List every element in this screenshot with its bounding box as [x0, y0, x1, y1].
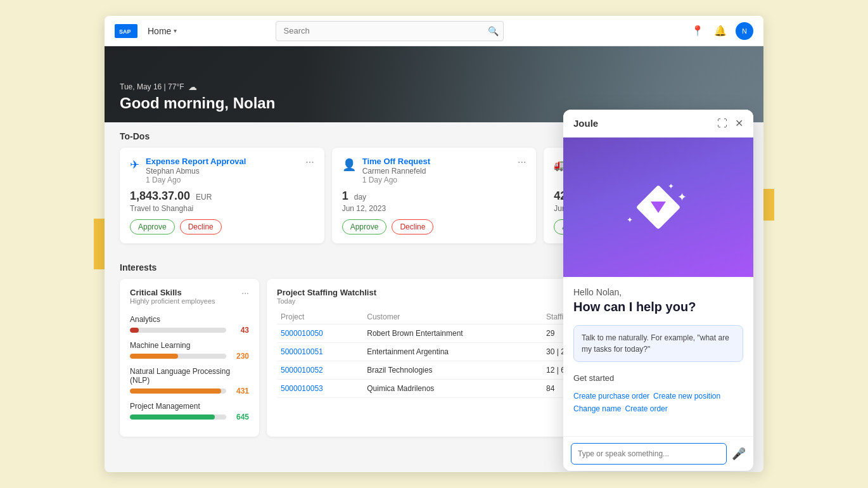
todo-more-2[interactable]: ···	[518, 157, 526, 168]
todo-amount-1: 1,843.37.00 EUR	[130, 189, 314, 203]
diamond-shape	[636, 185, 681, 230]
decline-btn-1[interactable]: Decline	[180, 219, 222, 234]
joule-header: Joule ⛶ ✕	[563, 110, 753, 138]
todo-person-1: Stephan Abmus	[146, 167, 246, 176]
col-project: Project	[277, 310, 363, 324]
skills-more-icon[interactable]: ···	[241, 288, 249, 298]
skill-bar-fill	[130, 414, 215, 420]
skill-item: Analytics 43	[130, 315, 249, 335]
timeoff-icon: 👤	[342, 158, 356, 172]
outer-wrapper: SAP Home ▾ 🔍 📍 🔔 N Tue, May 16 |	[0, 0, 868, 488]
todo-title-2[interactable]: Time Off Request	[362, 157, 430, 166]
topbar: SAP Home ▾ 🔍 📍 🔔 N	[105, 16, 763, 46]
cell-customer: Quimica Madrilenos	[363, 380, 542, 398]
skill-bar-fill	[130, 354, 178, 359]
todo-amount-2: 1 day	[342, 189, 527, 203]
home-label: Home	[148, 26, 171, 36]
hero-content: Tue, May 16 | 77°F ☁ Good morning, Nolan	[120, 82, 275, 112]
skill-count: 43	[231, 326, 249, 335]
weather-line: Tue, May 16 | 77°F ☁	[120, 82, 275, 92]
skill-bar-row: 431	[130, 387, 249, 395]
greeting-text: Good morning, Nolan	[120, 94, 275, 112]
joule-greeting: Hello Nolan, How can I help you?	[563, 277, 753, 320]
skill-bar-row: 43	[130, 326, 249, 335]
todo-currency-1: EUR	[196, 193, 212, 202]
joule-close-icon[interactable]: ✕	[735, 117, 743, 129]
skills-card-header: Critical Skills Highly proficient employ…	[130, 288, 249, 312]
todo-title-area-2: 👤 Time Off Request Carmen Rannefeld 1 Da…	[342, 157, 430, 184]
todo-actions-2: Approve Decline	[342, 219, 527, 234]
skill-count: 230	[231, 352, 249, 361]
joule-quick-link[interactable]: Create order	[625, 404, 667, 413]
sparkle-icon-1: ✦	[677, 190, 687, 204]
joule-header-icons: ⛶ ✕	[717, 117, 743, 129]
skill-bar-row: 230	[130, 352, 249, 361]
search-input[interactable]	[276, 21, 504, 41]
joule-input-area: 🎤	[563, 436, 753, 471]
home-menu[interactable]: Home ▾	[148, 26, 177, 36]
skill-bar-bg	[130, 354, 226, 359]
skill-label: Analytics	[130, 315, 249, 324]
skill-item: Natural Language Processing (NLP) 431	[130, 367, 249, 395]
approve-btn-2[interactable]: Approve	[342, 219, 387, 234]
chevron-down-icon: ▾	[174, 27, 177, 34]
main-window: SAP Home ▾ 🔍 📍 🔔 N Tue, May 16 |	[105, 16, 763, 472]
todo-person-2: Carmen Rannefeld	[362, 167, 430, 176]
todo-sub-2: Jun 12, 2023	[342, 204, 527, 213]
joule-get-started-label: Get started	[573, 373, 743, 383]
search-bar: 🔍	[276, 21, 504, 41]
skills-subtitle: Highly proficient employees	[130, 297, 215, 305]
svg-text:SAP: SAP	[119, 29, 131, 35]
cell-customer: Entertainment Argentina	[363, 343, 542, 361]
todo-title-area-1: ✈ Expense Report Approval Stephan Abmus …	[130, 157, 246, 184]
joule-expand-icon[interactable]: ⛶	[717, 118, 727, 129]
cloud-icon: ☁	[188, 82, 197, 92]
weather-text: Tue, May 16 | 77°F	[120, 82, 184, 91]
joule-input[interactable]	[571, 443, 727, 465]
joule-quick-link[interactable]: Create purchase order	[573, 392, 649, 401]
decline-btn-2[interactable]: Decline	[392, 219, 433, 234]
todo-title-1[interactable]: Expense Report Approval	[146, 157, 246, 166]
skill-label: Natural Language Processing (NLP)	[130, 367, 249, 385]
joule-suggestion-text: Talk to me naturally. For example, "what…	[582, 332, 735, 355]
search-icon[interactable]: 🔍	[488, 26, 499, 36]
skill-bar-bg	[130, 388, 226, 394]
notification-icon[interactable]: 🔔	[713, 23, 728, 39]
cell-project[interactable]: 5000010051	[277, 343, 363, 361]
sparkle-icon-2: ✦	[668, 182, 674, 191]
joule-quick-link[interactable]: Create new position	[653, 392, 720, 401]
approve-btn-1[interactable]: Approve	[130, 219, 175, 234]
cell-customer: Brazil Technologies	[363, 361, 542, 380]
skills-bars: Analytics 43 Machine Learning 230 Natura…	[130, 315, 249, 421]
todo-more-1[interactable]: ···	[305, 157, 314, 168]
todo-actions-1: Approve Decline	[130, 219, 314, 234]
skill-bar-bg	[130, 414, 226, 420]
todo-date-2: 1 Day Ago	[362, 176, 430, 184]
todo-currency-2: day	[354, 193, 366, 202]
joule-quick-link[interactable]: Change name	[573, 404, 621, 413]
todo-sub-1: Travel to Shanghai	[130, 204, 314, 213]
joule-question-text: How can I help you?	[573, 299, 743, 315]
yellow-tab-right	[763, 189, 774, 221]
skill-item: Project Management 645	[130, 402, 249, 421]
cell-project[interactable]: 5000010053	[277, 380, 363, 398]
todo-card-header-2: 👤 Time Off Request Carmen Rannefeld 1 Da…	[342, 157, 527, 184]
todo-card-2: 👤 Time Off Request Carmen Rannefeld 1 Da…	[332, 148, 537, 243]
joule-diamond-container	[636, 185, 680, 229]
col-customer: Customer	[363, 310, 542, 324]
location-icon[interactable]: 📍	[690, 23, 705, 39]
cell-project[interactable]: 5000010050	[277, 324, 363, 343]
expense-icon: ✈	[130, 158, 139, 172]
skill-count: 645	[231, 413, 249, 421]
joule-hero-content: ✦ ✦ ✦	[636, 185, 680, 229]
skill-count: 431	[231, 387, 249, 395]
cell-project[interactable]: 5000010052	[277, 361, 363, 380]
skill-bar-fill	[130, 388, 221, 394]
avatar[interactable]: N	[736, 22, 753, 40]
joule-mic-icon[interactable]: 🎤	[732, 447, 746, 461]
skill-bar-bg	[130, 328, 226, 333]
skill-bar-fill	[130, 328, 139, 333]
todo-date-1: 1 Day Ago	[146, 176, 246, 184]
diamond-inner	[651, 202, 666, 213]
skill-label: Project Management	[130, 402, 249, 411]
